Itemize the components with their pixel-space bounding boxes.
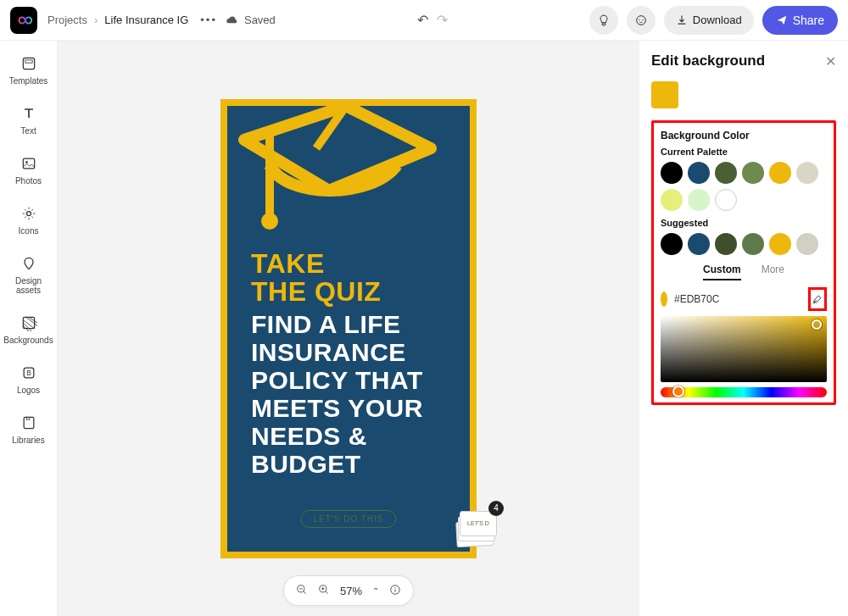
zoom-bar: 57% ⌃	[283, 575, 414, 606]
color-swatch[interactable]	[688, 162, 710, 184]
artboard-inner: TAKE THE QUIZ FIND A LIFE INSURANCE POLI…	[227, 106, 470, 552]
nav-icons[interactable]: Icons	[3, 204, 54, 236]
eyedropper-icon	[811, 292, 824, 306]
infinity-logo-icon	[14, 11, 33, 30]
svg-rect-5	[23, 158, 34, 169]
svg-text:B: B	[26, 369, 31, 377]
color-swatch[interactable]	[769, 233, 791, 255]
zoom-in-button[interactable]	[318, 584, 330, 598]
hex-row	[661, 287, 827, 311]
body-text: FIND A LIFE INSURANCE POLICY THAT MEETS …	[251, 310, 453, 478]
close-button[interactable]: ✕	[825, 53, 836, 69]
color-swatch[interactable]	[715, 233, 737, 255]
tab-custom[interactable]: Custom	[703, 264, 741, 280]
artboard-text: TAKE THE QUIZ FIND A LIFE INSURANCE POLI…	[251, 250, 453, 478]
suggested-row	[661, 233, 827, 255]
current-palette-label: Current Palette	[661, 147, 827, 157]
color-swatch[interactable]	[661, 162, 683, 184]
projects-link[interactable]: Projects	[47, 14, 87, 26]
svg-point-6	[25, 161, 28, 164]
artboard[interactable]: TAKE THE QUIZ FIND A LIFE INSURANCE POLI…	[220, 99, 477, 558]
libraries-icon	[20, 414, 37, 431]
color-swatch[interactable]	[688, 233, 710, 255]
more-icon[interactable]: •••	[200, 14, 217, 26]
hex-input[interactable]	[674, 293, 801, 305]
redo-button[interactable]: ↷	[437, 12, 448, 28]
nav-design-assets[interactable]: Design assets	[3, 254, 54, 295]
cloud-icon	[226, 15, 239, 25]
download-icon	[676, 14, 688, 26]
app-logo[interactable]	[10, 7, 37, 34]
nav-photos[interactable]: Photos	[3, 154, 54, 186]
info-button[interactable]	[389, 584, 401, 598]
color-swatch[interactable]	[742, 233, 764, 255]
tips-button[interactable]	[589, 6, 618, 35]
undo-redo-group: ↶ ↷	[417, 12, 448, 28]
left-nav: Templates Text Photos Icons Design asset…	[0, 41, 58, 616]
zoom-out-icon	[296, 584, 308, 596]
svg-point-2	[642, 19, 643, 19]
color-swatch[interactable]	[661, 189, 683, 211]
color-swatch[interactable]	[715, 189, 737, 211]
color-section-highlight: Background Color Current Palette Suggest…	[651, 120, 836, 405]
color-swatch[interactable]	[742, 162, 764, 184]
hue-slider[interactable]	[661, 387, 827, 397]
nav-backgrounds[interactable]: Backgrounds	[3, 314, 54, 345]
graduation-cap-icon	[227, 106, 439, 258]
eyedropper-button[interactable]	[808, 287, 827, 311]
saved-label: Saved	[244, 14, 276, 26]
logos-icon: B	[20, 364, 37, 381]
chevron-right-icon: ›	[94, 14, 98, 26]
nav-text[interactable]: Text	[3, 104, 54, 136]
download-label: Download	[693, 14, 742, 26]
svg-point-1	[639, 19, 639, 19]
download-button[interactable]: Download	[664, 6, 754, 35]
svg-line-17	[304, 591, 306, 593]
top-bar: Projects › Life Insurance IG ••• Saved ↶…	[0, 0, 848, 41]
svg-point-0	[636, 15, 645, 25]
saturation-cursor[interactable]	[812, 319, 822, 330]
saturation-box[interactable]	[661, 316, 827, 382]
undo-button[interactable]: ↶	[417, 12, 428, 28]
color-swatch[interactable]	[688, 189, 710, 211]
share-label: Share	[793, 14, 824, 27]
svg-rect-11	[24, 417, 34, 428]
save-status: Saved	[226, 14, 276, 26]
suggested-label: Suggested	[661, 218, 827, 228]
backgrounds-icon	[20, 314, 37, 331]
color-swatch[interactable]	[769, 162, 791, 184]
text-icon	[20, 105, 37, 122]
hue-cursor[interactable]	[672, 386, 684, 397]
share-button[interactable]: Share	[762, 6, 838, 35]
send-icon	[776, 14, 788, 26]
right-panel: Edit background ✕ Background Color Curre…	[639, 41, 848, 616]
nav-templates[interactable]: Templates	[3, 54, 54, 86]
current-bg-swatch[interactable]	[651, 81, 678, 108]
zoom-out-button[interactable]	[296, 584, 308, 598]
pages-thumbnail[interactable]: LET'S D 4	[455, 506, 499, 550]
page-count-badge: 4	[488, 501, 504, 516]
svg-point-13	[261, 213, 278, 230]
headline-line-1: TAKE	[251, 250, 453, 279]
current-palette-row	[661, 162, 827, 211]
tab-more[interactable]: More	[762, 264, 784, 280]
color-swatch[interactable]	[796, 162, 818, 184]
color-swatch[interactable]	[796, 233, 818, 255]
breadcrumb: Projects › Life Insurance IG	[47, 14, 188, 26]
photos-icon	[20, 155, 37, 172]
color-swatch[interactable]	[661, 233, 683, 255]
canvas-area[interactable]: TAKE THE QUIZ FIND A LIFE INSURANCE POLI…	[58, 41, 639, 616]
assist-button[interactable]	[627, 6, 656, 35]
nav-logos[interactable]: BLogos	[3, 363, 54, 395]
panel-title: Edit background	[651, 53, 765, 69]
color-swatch[interactable]	[715, 162, 737, 184]
nav-libraries[interactable]: Libraries	[3, 413, 54, 445]
sparkle-face-icon	[634, 14, 648, 27]
headline-line-2: THE QUIZ	[251, 278, 453, 307]
cta-badge: LET'S DO THIS	[300, 510, 396, 528]
color-tabs: Custom More	[661, 264, 827, 280]
project-name[interactable]: Life Insurance IG	[104, 14, 188, 26]
zoom-menu-button[interactable]: ⌃	[372, 586, 379, 596]
svg-point-7	[26, 212, 31, 216]
lightbulb-icon	[597, 14, 611, 27]
